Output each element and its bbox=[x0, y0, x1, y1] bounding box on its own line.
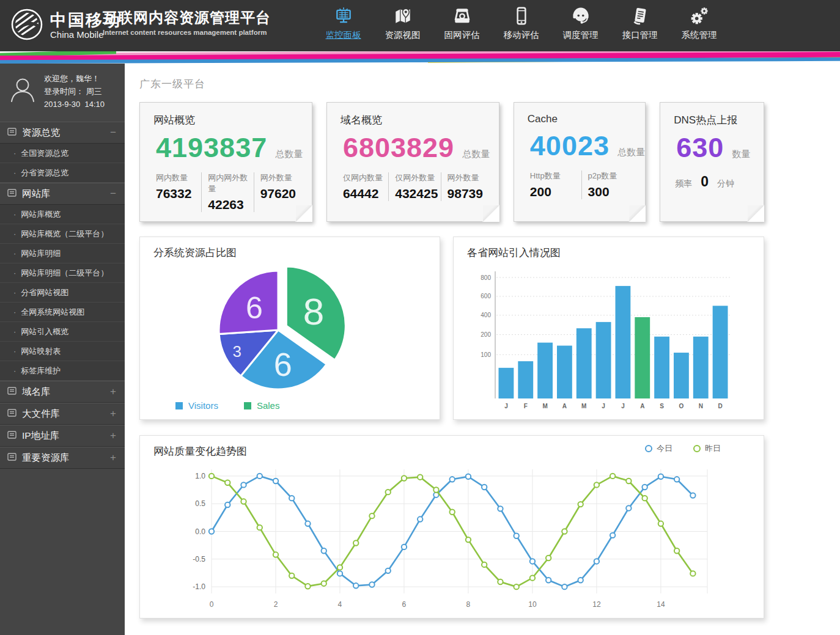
data-point[interactable] bbox=[418, 516, 422, 521]
bar-N-11[interactable] bbox=[693, 337, 709, 398]
bar-A-4[interactable] bbox=[557, 346, 572, 398]
sidebar-group-1[interactable]: 资源总览− bbox=[0, 122, 125, 144]
minus-icon[interactable]: − bbox=[110, 127, 116, 139]
bar-D-12[interactable] bbox=[713, 306, 728, 398]
bar-J-7[interactable] bbox=[616, 286, 631, 398]
data-point[interactable] bbox=[578, 502, 583, 507]
data-point[interactable] bbox=[546, 578, 551, 582]
data-point[interactable] bbox=[386, 568, 391, 573]
data-point[interactable] bbox=[225, 502, 230, 507]
bar-S-9[interactable] bbox=[654, 337, 669, 398]
data-point[interactable] bbox=[369, 513, 374, 518]
sidebar-item-2-8[interactable]: ·网站映射表 bbox=[0, 342, 125, 361]
sidebar-group-3[interactable]: 域名库+ bbox=[0, 381, 125, 403]
nav-item-6[interactable]: 接口管理 bbox=[610, 4, 669, 41]
data-point[interactable] bbox=[402, 545, 407, 549]
pie-legend-item-1[interactable]: Visitors bbox=[175, 400, 218, 411]
data-point[interactable] bbox=[594, 482, 599, 487]
data-point[interactable] bbox=[674, 477, 679, 482]
pie-legend-item-2[interactable]: Sales bbox=[244, 400, 280, 411]
plus-icon[interactable]: + bbox=[110, 408, 116, 420]
sidebar-item-2-4[interactable]: ·网站库明细（二级平台） bbox=[0, 263, 125, 283]
data-point[interactable] bbox=[658, 521, 663, 526]
data-point[interactable] bbox=[690, 571, 695, 576]
data-point[interactable] bbox=[386, 490, 391, 494]
data-point[interactable] bbox=[273, 479, 278, 483]
sidebar-item-2-6[interactable]: ·全网系统网站视图 bbox=[0, 303, 125, 322]
data-point[interactable] bbox=[626, 505, 631, 510]
data-point[interactable] bbox=[322, 581, 326, 585]
data-point[interactable] bbox=[353, 583, 358, 588]
data-point[interactable] bbox=[610, 533, 615, 538]
sidebar-item-2-2[interactable]: ·网站库概览（二级平台） bbox=[0, 224, 125, 244]
data-point[interactable] bbox=[530, 559, 535, 563]
bar-A-8[interactable] bbox=[635, 317, 650, 398]
data-point[interactable] bbox=[257, 474, 262, 479]
data-point[interactable] bbox=[225, 480, 230, 485]
sidebar-item-2-5[interactable]: ·分省网站视图 bbox=[0, 283, 125, 303]
data-point[interactable] bbox=[498, 506, 503, 511]
data-point[interactable] bbox=[482, 562, 487, 567]
data-point[interactable] bbox=[594, 559, 599, 563]
sidebar-item-1-1[interactable]: ·全国资源总览 bbox=[0, 144, 125, 163]
sidebar-group-4[interactable]: 大文件库+ bbox=[0, 403, 125, 425]
data-point[interactable] bbox=[209, 529, 214, 534]
data-point[interactable] bbox=[449, 510, 454, 515]
data-point[interactable] bbox=[337, 571, 342, 576]
data-point[interactable] bbox=[241, 482, 246, 487]
plus-icon[interactable]: + bbox=[110, 430, 116, 442]
sidebar-item-2-3[interactable]: ·网站库明细 bbox=[0, 244, 125, 263]
nav-item-4[interactable]: 移动评估 bbox=[492, 4, 551, 41]
data-point[interactable] bbox=[402, 475, 407, 480]
data-point[interactable] bbox=[369, 582, 374, 587]
data-point[interactable] bbox=[642, 496, 647, 501]
data-point[interactable] bbox=[209, 474, 214, 479]
data-point[interactable] bbox=[337, 565, 342, 570]
data-point[interactable] bbox=[562, 584, 567, 589]
data-point[interactable] bbox=[562, 529, 567, 534]
data-point[interactable] bbox=[658, 474, 663, 479]
data-point[interactable] bbox=[353, 540, 358, 545]
sidebar-group-2[interactable]: 网站库− bbox=[0, 183, 125, 205]
data-point[interactable] bbox=[322, 548, 326, 553]
data-point[interactable] bbox=[433, 487, 438, 492]
data-point[interactable] bbox=[449, 477, 454, 482]
data-point[interactable] bbox=[466, 474, 471, 479]
data-point[interactable] bbox=[289, 496, 294, 501]
sidebar-item-2-7[interactable]: ·网站引入概览 bbox=[0, 322, 125, 342]
data-point[interactable] bbox=[642, 485, 647, 490]
bar-M-5[interactable] bbox=[577, 328, 592, 398]
data-point[interactable] bbox=[273, 552, 278, 557]
line-legend-item-1[interactable]: 今日 bbox=[645, 443, 672, 454]
data-point[interactable] bbox=[241, 499, 246, 504]
nav-item-1[interactable]: 监控面板 bbox=[314, 4, 373, 41]
data-point[interactable] bbox=[514, 584, 518, 589]
nav-item-5[interactable]: 调度管理 bbox=[551, 4, 610, 41]
data-point[interactable] bbox=[289, 573, 294, 578]
plus-icon[interactable]: + bbox=[110, 386, 116, 398]
data-point[interactable] bbox=[530, 575, 535, 580]
data-point[interactable] bbox=[610, 474, 615, 479]
bar-J-6[interactable] bbox=[596, 322, 611, 398]
line-legend-item-2[interactable]: 昨日 bbox=[693, 443, 721, 454]
bar-F-2[interactable] bbox=[518, 361, 533, 398]
sidebar-item-2-1[interactable]: ·网站库概览 bbox=[0, 205, 125, 224]
sidebar-group-6[interactable]: 重要资源库+ bbox=[0, 447, 125, 469]
nav-item-7[interactable]: 系统管理 bbox=[669, 4, 729, 41]
data-point[interactable] bbox=[498, 579, 503, 584]
data-point[interactable] bbox=[466, 537, 471, 542]
data-point[interactable] bbox=[257, 525, 262, 530]
data-point[interactable] bbox=[305, 584, 310, 589]
data-point[interactable] bbox=[482, 485, 487, 490]
bar-M-3[interactable] bbox=[537, 343, 553, 398]
plus-icon[interactable]: + bbox=[110, 452, 116, 464]
minus-icon[interactable]: − bbox=[110, 188, 116, 200]
nav-item-2[interactable]: 资源视图 bbox=[373, 4, 432, 41]
data-point[interactable] bbox=[626, 479, 631, 483]
data-point[interactable] bbox=[674, 548, 679, 553]
sidebar-item-2-9[interactable]: ·标签库维护 bbox=[0, 361, 125, 381]
bar-J-1[interactable] bbox=[499, 368, 514, 398]
data-point[interactable] bbox=[546, 556, 551, 560]
data-point[interactable] bbox=[578, 578, 583, 582]
sidebar-group-5[interactable]: IP地址库+ bbox=[0, 425, 125, 447]
